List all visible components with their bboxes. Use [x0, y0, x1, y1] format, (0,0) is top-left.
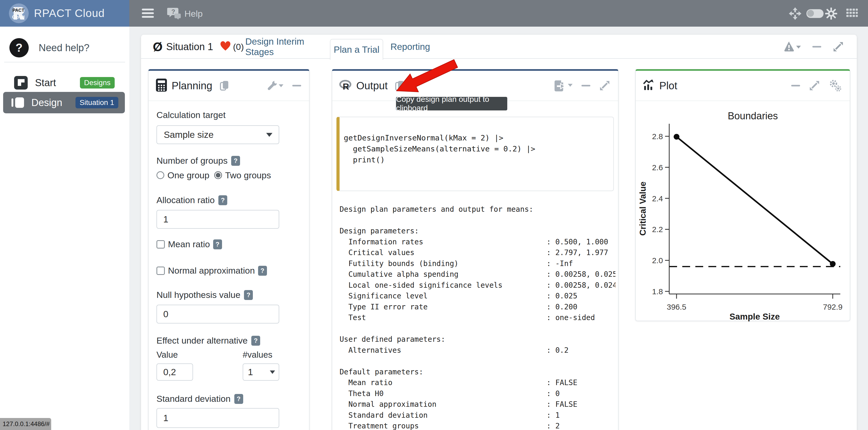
- help-badge-icon[interactable]: ?: [213, 239, 222, 249]
- planning-header: Planning: [149, 71, 309, 101]
- r-code-block: getDesignInverseNormal(kMax = 2) |> getS…: [336, 117, 614, 191]
- null-hypothesis-input[interactable]: [156, 305, 279, 324]
- chevron-down-icon: [266, 133, 273, 137]
- r-logo-icon: R: [339, 79, 352, 92]
- hamburger-menu-icon[interactable]: [142, 9, 154, 19]
- help-badge-icon[interactable]: ?: [244, 290, 253, 300]
- situation-label: Situation 1: [166, 41, 213, 53]
- settings-gear-icon[interactable]: [825, 7, 837, 21]
- situation-badge: Situation 1: [75, 97, 118, 108]
- expand-plot-button[interactable]: [809, 80, 820, 91]
- help-badge-icon[interactable]: ?: [218, 195, 227, 205]
- plot-settings-gears-icon[interactable]: [829, 79, 842, 92]
- fullscreen-icon[interactable]: [789, 7, 801, 21]
- svg-text:2.6: 2.6: [652, 163, 663, 172]
- empty-set-icon: Ø: [153, 40, 162, 54]
- value-label: Value: [156, 350, 193, 360]
- svg-text:PACT: PACT: [12, 8, 25, 13]
- svg-text:Sample Size: Sample Size: [730, 312, 780, 321]
- topbar: ? Help: [129, 0, 868, 27]
- svg-text:?: ?: [172, 8, 175, 15]
- effect-under-alternative-label: Effect under alternative ?: [156, 335, 301, 346]
- help-badge-icon[interactable]: ?: [251, 336, 260, 346]
- wrench-dropdown-button[interactable]: [267, 80, 283, 91]
- collapse-card-button[interactable]: [812, 46, 821, 47]
- calculation-target-label: Calculation target: [156, 110, 301, 120]
- help-chat-icon: ?: [167, 7, 182, 20]
- tab-design-interim-stages[interactable]: Design Interim Stages: [245, 35, 321, 59]
- copy-output-button[interactable]: [395, 80, 404, 91]
- svg-text:2.0: 2.0: [652, 256, 663, 265]
- help-badge-icon[interactable]: ?: [258, 266, 267, 276]
- sidebar-item-label: Start: [35, 77, 56, 89]
- plot-header: Plot: [636, 71, 850, 101]
- collapse-plot-button[interactable]: [791, 85, 800, 87]
- help-badge-icon[interactable]: ?: [234, 394, 243, 404]
- heart-icon[interactable]: [220, 41, 231, 52]
- calculation-target-value: Sample size: [164, 130, 214, 140]
- boundaries-chart: BoundariesSample SizeCritical Value2.82.…: [636, 102, 850, 322]
- warning-dropdown-button[interactable]: [784, 41, 801, 52]
- output-panel: R Output: [332, 69, 619, 430]
- svg-text:2.2: 2.2: [652, 225, 663, 234]
- main-content: Ø Situation 1 (0) Design Interim Stages …: [129, 27, 868, 430]
- nvalues-label: #values: [243, 350, 273, 360]
- app-screen: PACT Cloud RPACT Cloud ? Need help? Star…: [0, 0, 868, 430]
- nvalues-select[interactable]: 1: [243, 363, 279, 381]
- help-badge-icon[interactable]: ?: [231, 156, 240, 166]
- calculation-target-select[interactable]: Sample size: [156, 125, 279, 144]
- tabrow-actions: [784, 35, 844, 59]
- effect-value-input[interactable]: [156, 363, 193, 381]
- collapse-output-button[interactable]: [582, 85, 590, 87]
- null-hypothesis-label: Null hypothesis value ?: [156, 290, 301, 300]
- tab-plan-a-trial[interactable]: Plan a Trial: [330, 39, 383, 60]
- need-help-link[interactable]: ? Need help?: [0, 34, 129, 62]
- nvalues-value: 1: [248, 367, 253, 377]
- collapse-planning-button[interactable]: [292, 85, 301, 87]
- mean-ratio-checkbox[interactable]: [156, 240, 165, 249]
- export-dropdown-button[interactable]: [554, 79, 572, 92]
- chart-icon: [643, 79, 655, 92]
- radio-one-group-label: One group: [167, 170, 210, 180]
- plot-title: Plot: [659, 80, 677, 92]
- calculator-icon: [155, 78, 167, 93]
- copy-tooltip: Copy design plan output to clipboard: [396, 97, 507, 110]
- situation-card: Ø Situation 1 (0) Design Interim Stages …: [141, 35, 857, 430]
- question-circle-icon: ?: [9, 38, 29, 58]
- copy-planning-button[interactable]: [220, 80, 229, 91]
- allocation-ratio-input[interactable]: [156, 210, 279, 229]
- standard-deviation-label: Standard deviation ?: [156, 394, 301, 404]
- radio-two-groups[interactable]: [214, 171, 222, 179]
- theme-toggle[interactable]: [806, 9, 824, 18]
- radio-one-group[interactable]: [156, 171, 164, 179]
- help-button[interactable]: ? Help: [167, 7, 203, 20]
- svg-text:R: R: [343, 81, 349, 91]
- expand-card-button[interactable]: [833, 41, 844, 52]
- planning-form: Calculation target Sample size Number of…: [149, 101, 309, 428]
- tab-reporting[interactable]: Reporting: [393, 35, 427, 59]
- sidebar-header: PACT Cloud RPACT Cloud: [0, 0, 129, 27]
- allocation-ratio-label: Allocation ratio ?: [156, 195, 301, 205]
- start-flag-icon: [14, 76, 28, 90]
- svg-text:Boundaries: Boundaries: [728, 110, 778, 122]
- sidebar-item-design[interactable]: Design Situation 1: [3, 92, 125, 113]
- mean-ratio-label: Mean ratio: [168, 239, 210, 249]
- apps-grid-icon[interactable]: [846, 7, 858, 19]
- rpact-logo-icon: PACT Cloud: [9, 3, 29, 23]
- sidebar: PACT Cloud RPACT Cloud ? Need help? Star…: [0, 0, 129, 430]
- situation-title: Ø Situation 1 (0): [153, 35, 244, 59]
- normal-approximation-checkbox[interactable]: [156, 267, 165, 275]
- sidebar-item-start[interactable]: Start Designs: [0, 73, 129, 92]
- normal-approximation-label: Normal approximation: [168, 266, 255, 276]
- design-plan-output-text: Design plan parameters and output for me…: [340, 204, 615, 430]
- svg-text:2.8: 2.8: [652, 132, 663, 141]
- design-layout-icon: [11, 97, 26, 108]
- svg-text:396.5: 396.5: [666, 303, 686, 311]
- expand-output-button[interactable]: [599, 80, 610, 91]
- standard-deviation-input[interactable]: [156, 408, 279, 428]
- output-title: Output: [356, 80, 388, 92]
- svg-text:Critical Value: Critical Value: [638, 181, 648, 235]
- help-label: Help: [184, 9, 203, 19]
- brand-title: RPACT Cloud: [34, 7, 105, 20]
- designs-badge: Designs: [80, 77, 115, 89]
